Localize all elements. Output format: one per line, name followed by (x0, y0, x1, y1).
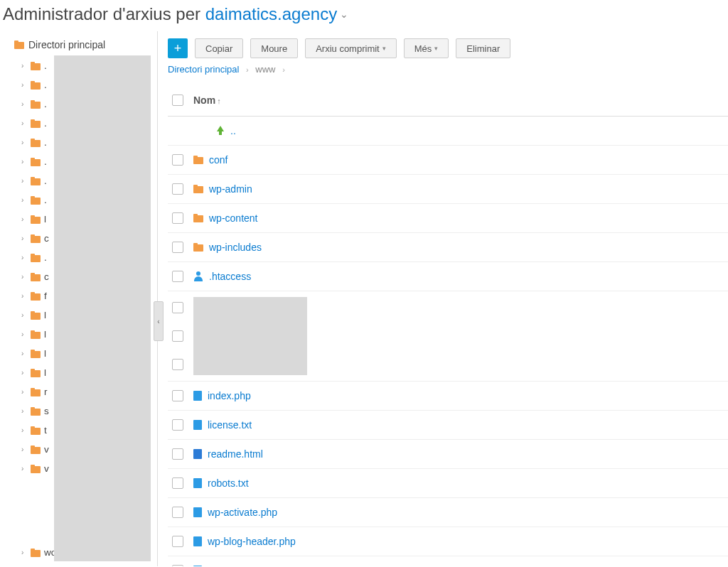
row-checkbox[interactable] (172, 242, 183, 253)
row-checkbox[interactable] (172, 330, 183, 342)
table-row[interactable]: .htaccess (168, 262, 728, 291)
archive-button[interactable]: Arxiu comprimit▾ (305, 38, 397, 58)
chevron-down-icon[interactable]: ⌄ (340, 9, 348, 20)
sidebar-item-label: l (44, 329, 46, 340)
chevron-right-icon: › (21, 465, 27, 472)
folder-icon (31, 196, 41, 205)
file-name[interactable]: index.php (193, 390, 251, 401)
row-checkbox[interactable] (172, 390, 183, 401)
file-name[interactable]: wp-activate.php (193, 507, 277, 518)
domain-link[interactable]: daimatics.agency (205, 4, 337, 23)
sidebar-item-label: . (44, 118, 47, 129)
folder-icon (14, 40, 24, 49)
table-row[interactable]: wp-blog-header.php (168, 527, 728, 556)
table-row[interactable]: wp-activate.php (168, 498, 728, 527)
column-header-name[interactable]: Nom↑ (193, 94, 221, 106)
sidebar-item-label: v (44, 444, 49, 455)
folder-icon (31, 446, 41, 454)
sidebar-item-label: t (44, 425, 47, 436)
row-checkbox[interactable] (172, 302, 183, 313)
file-name[interactable]: conf (193, 154, 228, 166)
row-checkbox[interactable] (172, 477, 183, 489)
delete-button[interactable]: Eliminar (456, 38, 510, 58)
row-checkbox[interactable] (172, 448, 183, 460)
table-row[interactable]: readme.html (168, 440, 728, 469)
chevron-right-icon: › (21, 273, 27, 281)
folder-icon (31, 388, 41, 396)
file-name[interactable]: wp-content (193, 212, 257, 224)
chevron-right-icon: › (21, 158, 27, 166)
row-checkbox[interactable] (172, 507, 183, 518)
chevron-right-icon: › (21, 62, 27, 70)
row-checkbox[interactable] (172, 183, 183, 195)
file-name[interactable]: wp-comments-post.php (193, 565, 311, 566)
chevron-right-icon: › (246, 65, 249, 74)
row-checkbox[interactable] (172, 419, 183, 431)
row-checkbox[interactable] (172, 536, 183, 547)
breadcrumb-root[interactable]: Directori principal (168, 64, 239, 75)
folder-icon (193, 185, 203, 193)
chevron-right-icon: › (21, 369, 27, 377)
more-button[interactable]: Més▾ (404, 38, 449, 58)
file-name[interactable]: robots.txt (193, 477, 249, 489)
row-checkbox[interactable] (172, 359, 183, 370)
folder-icon (31, 215, 41, 224)
table-row[interactable]: wp-comments-post.php (168, 556, 728, 566)
sidebar-item-label: . (44, 137, 47, 148)
sidebar-item-label: . (44, 99, 47, 109)
file-name[interactable]: license.txt (193, 419, 252, 431)
sidebar-root[interactable]: Directori principal (14, 38, 154, 56)
file-name[interactable]: .htaccess (193, 271, 251, 282)
chevron-right-icon: › (282, 65, 285, 74)
folder-icon (31, 330, 41, 339)
sidebar-item-label: . (44, 80, 47, 90)
file-name[interactable]: wp-admin (193, 183, 252, 195)
breadcrumb: Directori principal › www › (168, 64, 728, 75)
chevron-right-icon: › (21, 81, 27, 89)
folder-icon (31, 292, 41, 301)
file-icon (193, 420, 202, 430)
table-row[interactable]: wp-content (168, 204, 728, 233)
table-row[interactable]: wp-includes (168, 233, 728, 262)
sidebar-item-label: . (44, 195, 47, 205)
chevron-down-icon: ▾ (382, 45, 386, 52)
add-button[interactable]: + (168, 38, 188, 58)
table-row[interactable]: robots.txt (168, 469, 728, 498)
chevron-right-icon: › (21, 330, 27, 338)
file-name[interactable]: wp-includes (193, 242, 262, 253)
sidebar-item-label: . (44, 156, 47, 167)
sidebar-item-label: l (44, 214, 46, 225)
chevron-right-icon: › (21, 388, 27, 396)
table-row-up[interactable]: .. (168, 117, 728, 146)
copy-button[interactable]: Copiar (195, 38, 243, 58)
sidebar-collapse-handle[interactable]: ‹ (154, 301, 164, 341)
folder-icon (31, 311, 41, 320)
chevron-right-icon: › (21, 139, 27, 146)
select-all-checkbox[interactable] (172, 94, 183, 106)
folder-icon (31, 177, 41, 185)
chevron-right-icon: › (21, 549, 27, 556)
folder-icon (31, 139, 41, 147)
table-row[interactable]: conf (168, 146, 728, 175)
file-name[interactable]: readme.html (193, 448, 263, 460)
row-checkbox[interactable] (172, 212, 183, 224)
chevron-right-icon: › (21, 254, 27, 261)
file-name[interactable]: wp-blog-header.php (193, 536, 296, 547)
sidebar-item-label: l (44, 348, 46, 359)
file-name[interactable]: .. (215, 125, 236, 136)
file-table: Nom↑ ..confwp-adminwp-contentwp-includes… (168, 89, 728, 566)
table-row[interactable]: wp-admin (168, 175, 728, 204)
row-checkbox[interactable] (172, 271, 183, 282)
row-checkbox[interactable] (172, 565, 183, 566)
chevron-down-icon: ▾ (434, 45, 438, 52)
table-row[interactable]: license.txt (168, 411, 728, 440)
chevron-right-icon: › (21, 119, 27, 127)
row-checkbox[interactable] (172, 154, 183, 166)
table-row[interactable]: index.php (168, 382, 728, 411)
folder-icon (31, 254, 41, 262)
folder-icon (193, 243, 203, 252)
folder-icon (31, 158, 41, 166)
chevron-right-icon: › (21, 350, 27, 357)
chevron-right-icon: › (21, 446, 27, 453)
move-button[interactable]: Moure (250, 38, 298, 58)
